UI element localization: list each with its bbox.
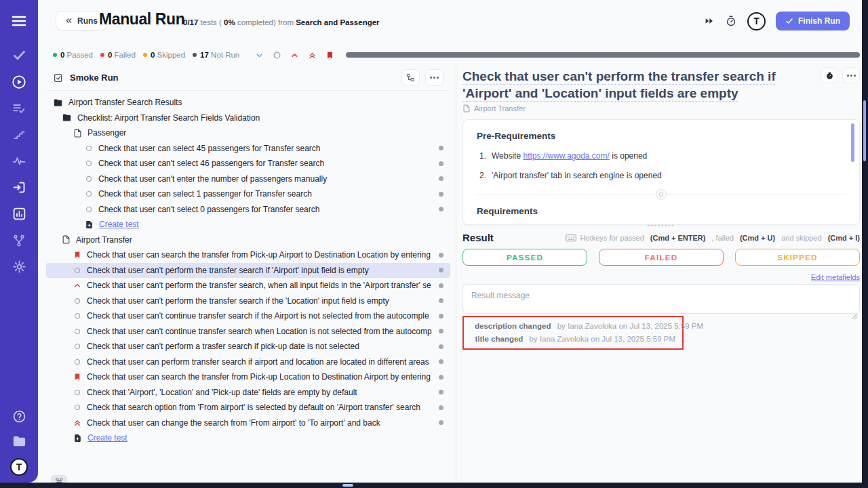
tree-test-item[interactable]: Check that user can't continue transfer …: [46, 308, 450, 324]
timer-icon[interactable]: [725, 15, 737, 27]
tree-item-label: Check that user can search the transfer …: [87, 372, 431, 382]
agoda-link[interactable]: https://www.agoda.com/: [523, 151, 609, 161]
file-icon: [62, 235, 71, 244]
card-scrollbar[interactable]: [851, 123, 854, 162]
pre-requirements-heading: Pre-Requirements: [477, 131, 846, 141]
resize-handle[interactable]: ••••••••: [647, 223, 675, 228]
tree-test-item[interactable]: Check that user can't select 0 passenger…: [46, 202, 450, 218]
user-avatar[interactable]: T: [747, 12, 766, 30]
status-filter-icons: [255, 51, 334, 60]
activity-icon[interactable]: [0, 148, 38, 174]
circle-status-icon[interactable]: [273, 51, 281, 60]
tree-item-label: Check that user can't continue transfer …: [87, 327, 432, 336]
chevrons-up-icon[interactable]: [308, 51, 317, 60]
tree-test-item[interactable]: Check that 'Airport', 'Location' and 'Pi…: [46, 385, 450, 401]
tree-folder[interactable]: Checklist: Airport Transfer Search Field…: [46, 110, 450, 126]
panel-divider[interactable]: [456, 65, 456, 483]
tree-test-item[interactable]: Check that user can change the search fr…: [46, 415, 450, 431]
parent-case-tag[interactable]: Airport Transfer: [462, 104, 526, 113]
document-icon: [462, 104, 471, 113]
play-circle-icon[interactable]: [0, 68, 38, 95]
tree-test-item[interactable]: Check that user can't perform the transf…: [46, 263, 450, 279]
horizontal-scrollbar[interactable]: [342, 484, 353, 487]
more-options-button[interactable]: [842, 67, 860, 83]
skipped-button[interactable]: SKIPPED: [735, 249, 860, 266]
suite-title: Smoke Run: [70, 73, 119, 83]
workspace-avatar[interactable]: T: [10, 458, 28, 476]
tree-test-item[interactable]: Check that user can't perform the transf…: [46, 293, 450, 309]
tree-test-item[interactable]: Check that user can select 1 passenger f…: [46, 186, 450, 202]
bar-chart-icon[interactable]: [0, 201, 38, 227]
list-check-icon[interactable]: [0, 95, 38, 121]
chevron-down-icon[interactable]: [255, 51, 264, 60]
tree-item-label: Check that search option from 'From airp…: [87, 403, 420, 412]
card-section-divider: [477, 194, 846, 195]
result-message-input[interactable]: [462, 284, 860, 314]
collapse-handle-icon[interactable]: [656, 189, 667, 200]
ellipsis-icon: [433, 77, 435, 79]
window-frame-right: [862, 0, 868, 488]
import-icon[interactable]: [0, 174, 38, 201]
run-progress-bar: 0 Passed0 Failed0 Skipped17 Not Run: [53, 49, 860, 61]
failed-button[interactable]: FAILED: [599, 249, 724, 266]
pre-req-item: 2. 'Airport transfer' tab in search engi…: [477, 171, 846, 180]
tree-test-item[interactable]: Check that user can perform transfer sea…: [46, 354, 450, 370]
more-options-button[interactable]: [425, 69, 443, 86]
status-dot-icon: [143, 53, 147, 57]
projects-folder-icon[interactable]: [12, 433, 27, 449]
chevrons-status-icon: [73, 419, 81, 427]
stat-skipped: 0 Skipped: [143, 51, 185, 59]
chevron-up-icon[interactable]: [290, 51, 299, 60]
assignee-dot: [439, 405, 443, 410]
finish-run-button[interactable]: Finish Run: [776, 12, 850, 30]
tree-test-item[interactable]: Check that search option from 'From airp…: [46, 400, 450, 415]
tree-file[interactable]: Passenger: [46, 125, 450, 141]
tree-item-label: Airport Transfer Search Results: [68, 98, 182, 107]
edit-metafields-link[interactable]: Edit metafields: [811, 273, 860, 281]
pre-req-item: 1. Website https://www.agoda.com/ is ope…: [477, 151, 846, 161]
stopwatch-button[interactable]: [821, 67, 838, 83]
page-title: Manual Run: [99, 10, 184, 28]
passed-button[interactable]: PASSED: [462, 249, 587, 266]
stat-failed: 0 Failed: [100, 51, 136, 59]
create-test-link[interactable]: Create test: [46, 430, 450, 446]
tree-test-item[interactable]: Check that user can search the transfer …: [46, 247, 450, 263]
assignee-dot: [439, 176, 443, 181]
tree-test-item[interactable]: Check that user can't select 46 passenge…: [46, 156, 450, 171]
tree-item-label: Passenger: [87, 128, 126, 138]
stat-not-run: 17 Not Run: [193, 51, 239, 59]
test-tree: Airport Transfer Search ResultsChecklist…: [46, 95, 450, 446]
progress-track: [346, 52, 860, 58]
keyboard-icon: [566, 234, 576, 242]
assignee-dot: [439, 253, 443, 258]
tree-file[interactable]: Airport Transfer: [46, 232, 450, 248]
menu-icon[interactable]: [11, 13, 27, 29]
fast-forward-icon[interactable]: [704, 16, 715, 26]
tree-item-label: Check that user can perform transfer sea…: [87, 357, 429, 367]
help-icon[interactable]: [12, 409, 26, 424]
flag-icon[interactable]: [326, 51, 334, 60]
vertical-scrollbar[interactable]: [863, 100, 866, 161]
branch-icon[interactable]: [0, 227, 38, 253]
tree-test-item[interactable]: Check that user can select 45 passengers…: [46, 141, 450, 157]
tree-test-item[interactable]: Check that user can search the transfer …: [46, 369, 450, 385]
tree-test-item[interactable]: Check that user can't continue transfer …: [46, 324, 450, 340]
chevron-status-icon: [73, 281, 81, 289]
not-run-status-icon: [73, 327, 81, 336]
tree-test-item[interactable]: Check that user can't enter the number o…: [46, 171, 450, 187]
steps-icon[interactable]: [0, 121, 38, 148]
tree-test-item[interactable]: Check that user can't perform the transf…: [46, 278, 450, 293]
tree-view-button[interactable]: [401, 69, 420, 86]
history-item: description changed by Iana Zavoloka on …: [471, 322, 675, 330]
not-run-status-icon: [85, 190, 93, 198]
run-subtitle: 0/17 tests ( 0% completed) from Search a…: [183, 18, 380, 26]
flag-status-icon: [73, 373, 81, 381]
tree-item-label: Checklist: Airport Transfer Search Field…: [77, 113, 260, 123]
create-test-link[interactable]: Create test: [46, 217, 450, 232]
clipboard-edit-icon: [53, 73, 64, 83]
tree-folder[interactable]: Airport Transfer Search Results: [46, 95, 450, 110]
gear-icon[interactable]: [0, 253, 38, 280]
tree-item-label: Create test: [87, 433, 127, 443]
tree-test-item[interactable]: Check that user can't perform a trasfer …: [46, 339, 450, 354]
check-icon[interactable]: [0, 42, 38, 68]
